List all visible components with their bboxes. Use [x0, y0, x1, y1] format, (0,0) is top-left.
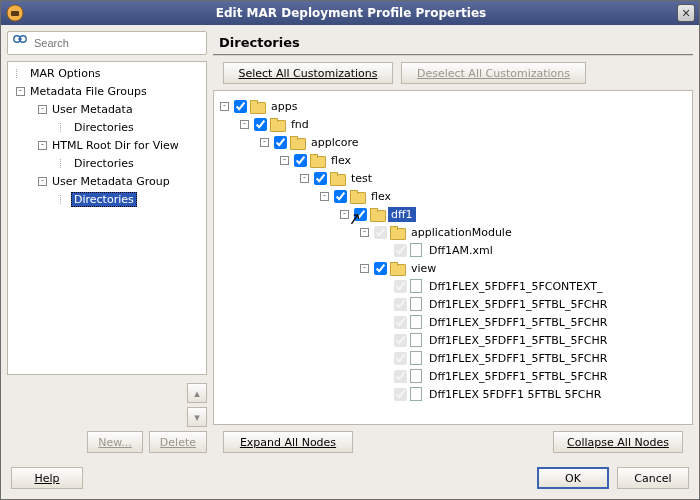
move-down-button[interactable]: ▾	[187, 407, 207, 427]
help-button-label: Help	[34, 472, 59, 485]
nav-item[interactable]: -User Metadata	[10, 100, 204, 118]
search-box[interactable]	[7, 31, 207, 55]
tree-row[interactable]: Dff1FLEX_5FDFF1_5FTBL_5FCHR	[220, 313, 693, 331]
tree-node-label: flex	[328, 153, 354, 168]
tree-collapser[interactable]: -	[38, 177, 47, 186]
nav-item[interactable]: MAR Options	[10, 64, 204, 82]
select-all-label: Select All Customizations	[238, 67, 377, 80]
tree-row[interactable]: Dff1FLEX_5FDFF1_5FTBL_5FCHR	[220, 349, 693, 367]
tree-row[interactable]: -view	[220, 259, 693, 277]
tree-checkbox[interactable]	[314, 172, 327, 185]
close-button[interactable]: ✕	[677, 4, 695, 22]
right-panel: Directories Select All Customizations De…	[213, 31, 693, 453]
tree-checkbox[interactable]	[234, 100, 247, 113]
tree-checkbox[interactable]	[334, 190, 347, 203]
tree-node-label: fnd	[288, 117, 312, 132]
tree-node-label: flex	[368, 189, 394, 204]
cancel-button[interactable]: Cancel	[617, 467, 689, 489]
directory-tree[interactable]: -apps-fnd-applcore-flex-test-flex-dff1↖-…	[213, 90, 693, 425]
tree-row[interactable]: Dff1FLEX_5FDFF1_5FTBL_5FCHR	[220, 331, 693, 349]
move-up-button[interactable]: ▴	[187, 383, 207, 403]
panel-title: Directories	[213, 31, 693, 56]
new-button[interactable]: New...	[87, 431, 142, 453]
nav-item[interactable]: -Metadata File Groups	[10, 82, 204, 100]
tree-row[interactable]: -test	[220, 169, 693, 187]
tree-connector	[60, 195, 69, 204]
file-icon	[410, 279, 422, 293]
select-all-customizations-button[interactable]: Select All Customizations	[223, 62, 393, 84]
dialog-button-row: Help OK Cancel	[1, 459, 699, 499]
file-icon	[410, 351, 422, 365]
titlebar: Edit MAR Deployment Profile Properties ✕	[1, 1, 699, 25]
nav-item[interactable]: Directories	[10, 118, 204, 136]
tree-collapser[interactable]: -	[240, 120, 249, 129]
tree-collapser[interactable]: -	[260, 138, 269, 147]
tree-collapser[interactable]: -	[360, 264, 369, 273]
tree-row[interactable]: -apps	[220, 97, 693, 115]
tree-collapser[interactable]: -	[280, 156, 289, 165]
nav-tree[interactable]: MAR Options-Metadata File Groups-User Me…	[7, 61, 207, 375]
tree-row[interactable]: Dff1FLEX_5FDFF1_5FTBL_5FCHR	[220, 295, 693, 313]
tree-checkbox[interactable]	[374, 262, 387, 275]
tree-row[interactable]: -flex	[220, 151, 693, 169]
tree-collapser[interactable]: -	[340, 210, 349, 219]
help-button[interactable]: Help	[11, 467, 83, 489]
collapse-all-button[interactable]: Collapse All Nodes	[553, 431, 683, 453]
nav-item-label: Directories	[71, 156, 137, 171]
folder-icon	[390, 262, 404, 274]
tree-checkbox[interactable]	[294, 154, 307, 167]
tree-node-label: Dff1FLEX_5FDFF1_5FCONTEXT_	[426, 279, 606, 294]
delete-button[interactable]: Delete	[149, 431, 207, 453]
tree-row[interactable]: Dff1AM.xml	[220, 241, 693, 259]
window-title: Edit MAR Deployment Profile Properties	[25, 6, 677, 20]
tree-row[interactable]: -applicationModule	[220, 223, 693, 241]
search-icon	[12, 34, 28, 53]
nav-item[interactable]: -User Metadata Group	[10, 172, 204, 190]
tree-collapser[interactable]: -	[38, 105, 47, 114]
tree-row[interactable]: Dff1FLEX_5FDFF1_5FCONTEXT_	[220, 277, 693, 295]
nav-item[interactable]: -HTML Root Dir for View	[10, 136, 204, 154]
nav-item-label: User Metadata	[49, 102, 136, 117]
tree-collapser[interactable]: -	[320, 192, 329, 201]
tree-collapser[interactable]: -	[360, 228, 369, 237]
tree-checkbox	[394, 352, 407, 365]
tree-row[interactable]: -flex	[220, 187, 693, 205]
tree-row[interactable]: -fnd	[220, 115, 693, 133]
tree-checkbox[interactable]	[354, 208, 367, 221]
tree-checkbox	[394, 388, 407, 401]
left-column: MAR Options-Metadata File Groups-User Me…	[7, 31, 207, 453]
new-button-label: New...	[98, 436, 131, 449]
nav-item-label: MAR Options	[27, 66, 104, 81]
expand-all-button[interactable]: Expand All Nodes	[223, 431, 353, 453]
tree-row[interactable]: Dff1FLEX 5FDFF1 5FTBL 5FCHR	[220, 385, 693, 403]
nav-item[interactable]: Directories	[10, 154, 204, 172]
search-input[interactable]	[32, 36, 202, 50]
nav-item-label: Directories	[71, 120, 137, 135]
nav-item[interactable]: Directories	[10, 190, 204, 208]
tree-row[interactable]: Dff1FLEX_5FDFF1_5FTBL_5FCHR	[220, 367, 693, 385]
tree-collapser[interactable]: -	[300, 174, 309, 183]
tree-checkbox	[394, 244, 407, 257]
folder-icon	[250, 100, 264, 112]
tree-collapser[interactable]: -	[38, 141, 47, 150]
tree-node-label: Dff1FLEX_5FDFF1_5FTBL_5FCHR	[426, 369, 610, 384]
tree-checkbox[interactable]	[274, 136, 287, 149]
tree-checkbox	[394, 370, 407, 383]
tree-collapser[interactable]: -	[16, 87, 25, 96]
tree-node-label: Dff1FLEX_5FDFF1_5FTBL_5FCHR	[426, 297, 610, 312]
tree-collapser[interactable]: -	[220, 102, 229, 111]
tree-checkbox[interactable]	[254, 118, 267, 131]
tree-row[interactable]: -applcore	[220, 133, 693, 151]
system-menu-icon[interactable]	[5, 3, 25, 23]
tree-connector	[60, 159, 69, 168]
tree-row[interactable]: -dff1↖	[220, 205, 693, 223]
deselect-all-customizations-button[interactable]: Deselect All Customizations	[401, 62, 586, 84]
dialog-window: Edit MAR Deployment Profile Properties ✕…	[0, 0, 700, 500]
tree-node-label: test	[348, 171, 375, 186]
ok-button[interactable]: OK	[537, 467, 609, 489]
tree-node-label: Dff1FLEX_5FDFF1_5FTBL_5FCHR	[426, 333, 610, 348]
file-icon	[410, 387, 422, 401]
dialog-body: MAR Options-Metadata File Groups-User Me…	[1, 25, 699, 499]
folder-icon	[390, 226, 404, 238]
tree-node-label: view	[408, 261, 439, 276]
